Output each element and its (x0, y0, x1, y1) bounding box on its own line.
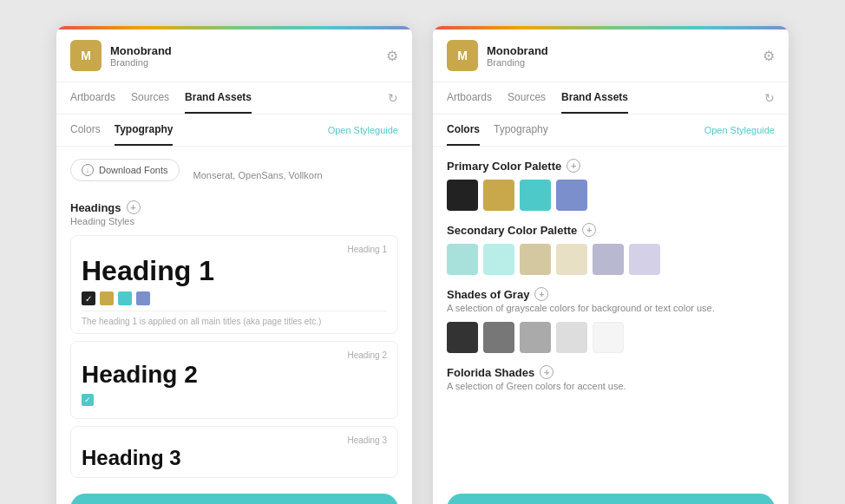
secondary-add-icon[interactable]: + (582, 223, 596, 237)
left-tabs: Colors Typography Open Styleguide (56, 115, 412, 147)
gray-add-icon[interactable]: + (534, 287, 548, 301)
left-panel: M Monobrand Branding ⚙ Artboards Sources… (56, 26, 412, 504)
left-footer: Add all to Text Styles (56, 485, 412, 504)
heading-1-label: Heading 1 (82, 245, 387, 254)
florida-add-icon[interactable]: + (540, 365, 554, 379)
add-document-colors-button[interactable]: Add all to Document Colors (447, 494, 775, 504)
florida-palette-header: Folorida Shades + (447, 365, 775, 379)
heading-1-swatch-4 (136, 291, 150, 305)
florida-palette-title: Folorida Shades (447, 366, 534, 379)
gray-palette-title: Shades of Gray (447, 288, 529, 301)
download-row: ↓ Download Fonts Monserat, OpenSans, Vol… (70, 159, 398, 192)
heading-1-desc: The heading 1 is applied on all main tit… (82, 311, 387, 326)
primary-palette-header: Primary Color Palette + (447, 159, 775, 173)
right-nav-brand-assets[interactable]: Brand Assets (561, 82, 628, 114)
left-nav-refresh-icon[interactable]: ↻ (388, 91, 398, 105)
right-nav-refresh-icon[interactable]: ↻ (764, 91, 775, 105)
left-nav-artboards[interactable]: Artboards (70, 82, 115, 114)
primary-color-section: Primary Color Palette + (447, 159, 775, 211)
right-panel: M Monobrand Branding ⚙ Artboards Sources… (433, 26, 789, 504)
heading-2-text: Heading 2 (82, 362, 387, 389)
gray-palette-sub: A selection of grayscale colors for back… (447, 303, 775, 313)
left-tab-action[interactable]: Open Styleguide (328, 125, 398, 135)
panels-container: M Monobrand Branding ⚙ Artboards Sources… (30, 0, 815, 504)
heading-1-swatch-check: ✓ (82, 291, 95, 305)
download-fonts-label: Download Fonts (99, 165, 168, 175)
right-brand-name: Monobrand (487, 44, 548, 57)
secondary-swatch-1 (447, 244, 478, 275)
gray-palette-header: Shades of Gray + (447, 287, 775, 301)
heading-3-label: Heading 3 (82, 435, 387, 445)
heading-2-checkbox: ✓ (82, 394, 94, 406)
florida-palette-sub: A selection of Green colors for accent u… (447, 381, 775, 391)
left-header: M Monobrand Branding ⚙ (56, 29, 412, 82)
left-nav-sources[interactable]: Sources (131, 82, 169, 114)
left-brand-name: Monobrand (110, 44, 172, 57)
heading-1-text: Heading 1 (82, 256, 387, 286)
gray-swatch-1 (447, 322, 478, 353)
right-brand-logo: M (447, 40, 478, 71)
secondary-swatch-2 (483, 244, 514, 275)
font-list: Monserat, OpenSans, Vollkorn (193, 170, 323, 180)
add-text-styles-button[interactable]: Add all to Text Styles (70, 494, 398, 504)
right-brand: M Monobrand Branding (447, 40, 548, 71)
heading-3-text: Heading 3 (82, 447, 387, 469)
right-tab-colors[interactable]: Colors (447, 115, 480, 146)
headings-section-header: Headings + (70, 200, 398, 214)
right-nav-sources[interactable]: Sources (508, 82, 546, 114)
left-brand-text: Monobrand Branding (110, 44, 172, 68)
heading-2-swatches: ✓ (82, 394, 387, 406)
right-nav: Artboards Sources Brand Assets ↻ (433, 82, 789, 115)
left-brand: M Monobrand Branding (70, 40, 172, 71)
right-body: Primary Color Palette + Secondary Color … (433, 147, 789, 485)
left-brand-logo: M (70, 40, 102, 71)
right-tab-typography[interactable]: Typography (494, 115, 548, 146)
right-brand-text: Monobrand Branding (487, 44, 548, 68)
primary-swatch-4 (556, 180, 587, 211)
left-brand-sub: Branding (110, 57, 172, 68)
right-footer: Add all to Document Colors (433, 485, 789, 504)
gray-palette-row (447, 322, 775, 353)
download-fonts-button[interactable]: ↓ Download Fonts (70, 159, 180, 181)
left-tab-colors[interactable]: Colors (70, 115, 101, 146)
right-gear-icon[interactable]: ⚙ (763, 48, 775, 64)
heading-3-card: Heading 3 Heading 3 (70, 426, 398, 478)
secondary-palette-header: Secondary Color Palette + (447, 223, 775, 237)
secondary-swatch-4 (556, 244, 587, 275)
left-gear-icon[interactable]: ⚙ (386, 48, 398, 64)
secondary-color-section: Secondary Color Palette + (447, 223, 775, 275)
gray-swatch-2 (483, 322, 514, 353)
primary-palette-row (447, 180, 775, 211)
primary-swatch-1 (447, 180, 478, 211)
gray-swatch-4 (556, 322, 587, 353)
left-nav: Artboards Sources Brand Assets ↻ (56, 82, 412, 115)
left-body: ↓ Download Fonts Monserat, OpenSans, Vol… (56, 147, 412, 485)
gray-swatch-3 (520, 322, 551, 353)
right-brand-sub: Branding (487, 57, 548, 68)
primary-swatch-2 (483, 180, 514, 211)
florida-color-section: Folorida Shades + A selection of Green c… (447, 365, 775, 391)
headings-add-icon[interactable]: + (127, 200, 141, 214)
right-tab-action[interactable]: Open Styleguide (704, 125, 775, 135)
download-icon: ↓ (82, 164, 94, 176)
secondary-swatch-5 (593, 244, 624, 275)
gray-swatch-5 (593, 322, 624, 353)
heading-1-swatch-2 (100, 291, 114, 305)
primary-palette-title: Primary Color Palette (447, 160, 561, 173)
check-mark-2-icon: ✓ (84, 396, 91, 404)
left-nav-brand-assets[interactable]: Brand Assets (185, 82, 252, 114)
secondary-palette-title: Secondary Color Palette (447, 224, 577, 237)
heading-2-card: Heading 2 Heading 2 ✓ (70, 341, 398, 419)
secondary-swatch-3 (520, 244, 551, 275)
headings-sub: Heading Styles (70, 216, 398, 226)
check-mark-icon: ✓ (85, 294, 92, 304)
headings-label: Headings (70, 201, 121, 214)
heading-1-swatches: ✓ (82, 291, 387, 305)
secondary-swatch-6 (629, 244, 660, 275)
gray-color-section: Shades of Gray + A selection of grayscal… (447, 287, 775, 353)
right-nav-artboards[interactable]: Artboards (447, 82, 492, 114)
right-tabs: Colors Typography Open Styleguide (433, 115, 789, 147)
right-header: M Monobrand Branding ⚙ (433, 29, 789, 82)
left-tab-typography[interactable]: Typography (115, 115, 174, 146)
primary-add-icon[interactable]: + (567, 159, 580, 173)
